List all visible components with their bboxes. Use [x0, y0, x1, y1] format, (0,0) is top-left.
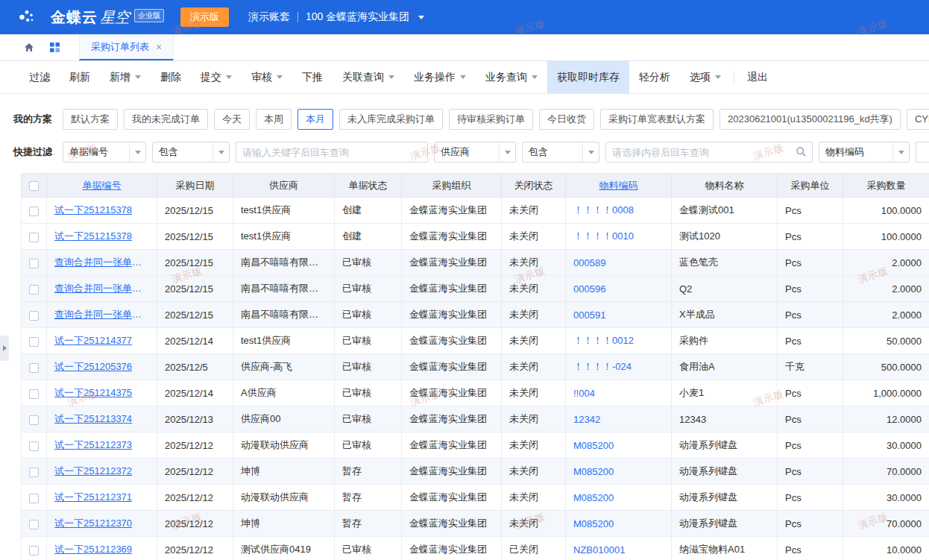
toolbar-button-new[interactable]: 新增 [100, 61, 151, 94]
scheme-button-my-unfinished-orders[interactable]: 我的未完成订单 [124, 109, 208, 130]
cell-bill-no[interactable]: 试一下251212370 [47, 511, 157, 537]
toolbar-button-light-analysis[interactable]: 轻分析 [629, 61, 680, 94]
table-row[interactable]: 查询合并同一张单据...2025/12/15南昌不嘻嘻有限公司已审核金蝶蓝海实业… [22, 276, 929, 302]
operator-select-3-partial[interactable] [916, 142, 929, 163]
toolbar-button-realtime-inventory[interactable]: 获取即时库存 [547, 61, 629, 94]
table-row[interactable]: 试一下2512143772025/12/14test1供应商已审核金蝶蓝海实业集… [22, 328, 929, 354]
close-icon[interactable]: × [156, 42, 162, 52]
row-checkbox[interactable] [29, 520, 39, 529]
scheme-button-cyl-partial[interactable]: CYL采 [907, 109, 929, 130]
cell-mat-code[interactable]: ！！！！0010 [566, 224, 672, 250]
toolbar-button-audit[interactable]: 审核 [242, 61, 292, 94]
table-row[interactable]: 试一下2512143752025/12/14A供应商已审核金蝶蓝海实业集团未关闭… [22, 380, 929, 406]
table-row[interactable]: 试一下2512123712025/12/12动漫联动供应商暂存金蝶蓝海实业集团未… [22, 485, 929, 511]
row-checkbox[interactable] [29, 285, 39, 295]
row-checkbox[interactable] [29, 233, 39, 242]
cell-mat-code[interactable]: M085200 [566, 459, 672, 485]
cell-bill-no[interactable]: 试一下251212371 [47, 485, 157, 511]
table-row[interactable]: 试一下2512153782025/12/15test1供应商创建金蝶蓝海实业集团… [22, 224, 929, 250]
cell-bill-no[interactable]: 试一下251212372 [47, 459, 157, 485]
row-checkbox[interactable] [29, 207, 39, 216]
toolbar-button-options[interactable]: 选项 [680, 61, 731, 94]
scheme-button-shared-20230621001[interactable]: 20230621001(u13500021196_kd共享) [719, 109, 901, 130]
row-checkbox[interactable] [29, 311, 39, 321]
table-row[interactable]: 查询合并同一张单据...2025/12/15南昌不嘻嘻有限公司已审核金蝶蓝海实业… [22, 302, 929, 328]
cell-mat-code[interactable]: ！！！！0008 [566, 198, 672, 224]
tab-purchase-order-list[interactable]: 采购订单列表 × [79, 34, 174, 60]
scheme-button-default-scheme[interactable]: 默认方案 [63, 109, 118, 130]
toolbar-button-filter[interactable]: 过滤 [19, 61, 60, 94]
toolbar-button-biz-operation[interactable]: 业务操作 [404, 61, 476, 94]
cell-mat-code[interactable]: M085200 [566, 485, 672, 511]
demo-version-button[interactable]: 演示版 [180, 7, 229, 27]
toolbar-button-submit[interactable]: 提交 [191, 61, 242, 94]
table-row[interactable]: 试一下2512153782025/12/15test1供应商创建金蝶蓝海实业集团… [22, 198, 929, 224]
row-checkbox[interactable] [29, 468, 39, 477]
table-row[interactable]: 试一下2512123702025/12/12坤博暂存金蝶蓝海实业集团未关闭M08… [22, 511, 929, 537]
cell-mat-code[interactable]: 000596 [566, 276, 672, 302]
toolbar-button-exit[interactable]: 退出 [737, 61, 778, 94]
table-row[interactable]: 查询合并同一张单据...2025/12/15南昌不嘻嘻有限公司已审核金蝶蓝海实业… [22, 250, 929, 276]
cell-bill-no[interactable]: 试一下251212369 [47, 537, 157, 560]
cell-mat-code[interactable]: NZB010001 [566, 537, 672, 560]
cell-bill-no[interactable]: 试一下251214377 [47, 328, 157, 354]
row-checkbox[interactable] [29, 259, 39, 268]
row-checkbox[interactable] [29, 546, 39, 556]
search-icon[interactable] [796, 146, 807, 160]
cell-bill-no[interactable]: 查询合并同一张单据... [47, 250, 157, 276]
cell-mat-code[interactable]: !!004 [566, 380, 672, 406]
cell-bill-no[interactable]: 试一下251214375 [47, 380, 157, 406]
cell-mat-code[interactable]: M085200 [566, 511, 672, 537]
cell-mat-code[interactable]: 12342 [566, 406, 672, 432]
cell-bill-no[interactable]: 试一下251205376 [47, 354, 157, 380]
table-row[interactable]: 试一下2512053762025/12/5供应商-高飞已审核金蝶蓝海实业集团未关… [22, 354, 929, 380]
row-checkbox[interactable] [29, 389, 39, 399]
cell-mat-code[interactable]: ！！！！0012 [566, 328, 672, 354]
toolbar-button-related-query[interactable]: 关联查询 [333, 61, 404, 94]
column-header-mat_code[interactable]: 物料编码 [566, 174, 672, 198]
table-row[interactable]: 试一下2512123692025/12/12测试供应商0419已审核金蝶蓝海实业… [22, 537, 929, 560]
home-button[interactable] [16, 34, 42, 60]
field-select-2[interactable]: 供应商 [434, 142, 516, 163]
row-checkbox[interactable] [29, 441, 39, 451]
account-switcher[interactable]: 演示账套 100 金蝶蓝海实业集团 [248, 10, 424, 24]
table-row[interactable]: 试一下2512123722025/12/12坤博暂存金蝶蓝海实业集团未关闭M08… [22, 459, 929, 485]
cell-bill-no[interactable]: 试一下251215378 [47, 198, 157, 224]
table-row[interactable]: 试一下2512133742025/12/13供应商00已审核金蝶蓝海实业集团未关… [22, 406, 929, 432]
keyword-input-1[interactable] [236, 142, 428, 163]
operator-select-1[interactable]: 包含 [152, 142, 230, 163]
cell-mat-code[interactable]: ！！！！-024 [566, 354, 672, 380]
toolbar-button-biz-query[interactable]: 业务查询 [476, 61, 547, 94]
cell-bill-no[interactable]: 试一下251212373 [47, 432, 157, 459]
toolbar-button-delete[interactable]: 删除 [151, 61, 191, 94]
column-header-bill_no[interactable]: 单据编号 [47, 174, 157, 198]
operator-select-2[interactable]: 包含 [522, 142, 599, 163]
scheme-button-this-week[interactable]: 本周 [256, 109, 292, 130]
scheme-button-not-inbound-finished[interactable]: 未入库完成采购订单 [339, 109, 443, 130]
table-row[interactable]: 试一下2512123732025/12/12动漫联动供应商已审核金蝶蓝海实业集团… [22, 432, 929, 459]
app-grid-button[interactable] [42, 34, 67, 60]
field-select-1[interactable]: 单据编号 [63, 142, 146, 163]
toolbar-button-pushdown[interactable]: 下推 [292, 61, 333, 94]
toolbar-button-refresh[interactable]: 刷新 [60, 61, 100, 94]
keyword-input-2[interactable] [605, 142, 813, 163]
cell-mat-code[interactable]: 000589 [566, 250, 672, 276]
cell-bill-no[interactable]: 试一下251215378 [47, 224, 157, 250]
field-select-3[interactable]: 物料编码 [819, 142, 910, 163]
scheme-button-today-receipt[interactable]: 今日收货 [539, 109, 594, 130]
scheme-button-wide-table-default[interactable]: 采购订单宽表默认方案 [600, 109, 714, 130]
scheme-button-pending-audit[interactable]: 待审核采购订单 [449, 109, 533, 130]
row-checkbox[interactable] [29, 415, 39, 425]
panel-collapse-handle[interactable] [0, 336, 9, 361]
row-checkbox[interactable] [29, 337, 39, 347]
cell-mat-code[interactable]: 000591 [566, 302, 672, 328]
cell-bill-no[interactable]: 查询合并同一张单据... [47, 302, 157, 328]
row-checkbox[interactable] [29, 494, 39, 503]
cell-bill-no[interactable]: 查询合并同一张单据... [47, 276, 157, 302]
cell-mat-code[interactable]: M085200 [566, 432, 672, 459]
select-all-checkbox[interactable] [29, 181, 39, 191]
row-checkbox[interactable] [29, 363, 39, 373]
scheme-button-today[interactable]: 今天 [214, 109, 250, 130]
scheme-button-this-month[interactable]: 本月 [297, 109, 333, 130]
cell-bill-no[interactable]: 试一下251213374 [47, 406, 157, 432]
